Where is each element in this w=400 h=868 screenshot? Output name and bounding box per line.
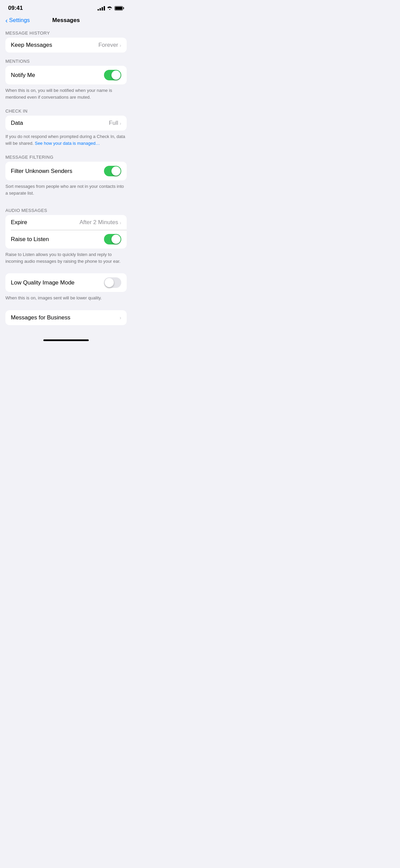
back-label: Settings — [9, 17, 30, 24]
section-header-filtering: MESSAGE FILTERING — [0, 152, 132, 162]
filter-unknown-label: Filter Unknown Senders — [11, 168, 72, 175]
nav-bar: ‹ Settings Messages — [0, 14, 132, 28]
low-quality-row: Low Quality Image Mode — [5, 273, 127, 292]
filtering-group: Filter Unknown Senders — [5, 162, 127, 180]
low-quality-footer: When this is on, images sent will be low… — [0, 292, 132, 307]
section-header-audio: AUDIO MESSAGES — [0, 205, 132, 215]
raise-to-listen-row: Raise to Listen — [5, 230, 127, 249]
back-chevron-icon: ‹ — [5, 17, 8, 24]
check-in-group: Data Full › — [5, 116, 127, 131]
home-indicator — [0, 337, 132, 344]
notify-me-toggle[interactable] — [104, 70, 121, 80]
low-quality-label: Low Quality Image Mode — [11, 279, 75, 286]
settings-content: MESSAGE HISTORY Keep Messages Forever › … — [0, 28, 132, 337]
mentions-footer: When this is on, you will be notified wh… — [0, 84, 132, 106]
filtering-footer: Sort messages from people who are not in… — [0, 180, 132, 202]
keep-messages-value: Forever › — [98, 42, 121, 48]
raise-to-listen-label: Raise to Listen — [11, 236, 49, 243]
audio-footer: Raise to Listen allows you to quickly li… — [0, 249, 132, 270]
mentions-group: Notify Me — [5, 66, 127, 84]
signal-icon — [98, 6, 105, 11]
check-in-link[interactable]: See how your data is managed… — [35, 141, 100, 146]
section-header-message-history: MESSAGE HISTORY — [0, 28, 132, 38]
status-bar: 09:41 — [0, 0, 132, 14]
expire-row[interactable]: Expire After 2 Minutes › — [5, 215, 127, 230]
status-time: 09:41 — [8, 5, 23, 12]
raise-to-listen-toggle[interactable] — [104, 234, 121, 244]
business-chevron-icon: › — [120, 315, 121, 320]
battery-icon — [114, 6, 124, 11]
messages-for-business-row[interactable]: Messages for Business › — [5, 310, 127, 325]
message-history-group: Keep Messages Forever › — [5, 38, 127, 53]
back-button[interactable]: ‹ Settings — [5, 17, 30, 24]
section-header-mentions: MENTIONS — [0, 56, 132, 66]
low-quality-group: Low Quality Image Mode — [5, 273, 127, 292]
keep-messages-chevron-icon: › — [120, 42, 121, 48]
home-bar — [43, 339, 89, 341]
page-title: Messages — [52, 17, 80, 24]
wifi-icon — [107, 5, 112, 11]
business-group: Messages for Business › — [5, 310, 127, 325]
audio-messages-group: Expire After 2 Minutes › Raise to Listen — [5, 215, 127, 249]
notify-me-row: Notify Me — [5, 66, 127, 84]
expire-label: Expire — [11, 219, 27, 226]
data-row[interactable]: Data Full › — [5, 116, 127, 131]
filter-unknown-row: Filter Unknown Senders — [5, 162, 127, 180]
business-value: › — [120, 315, 121, 320]
filter-unknown-toggle[interactable] — [104, 166, 121, 176]
expire-value: After 2 Minutes › — [80, 219, 121, 226]
keep-messages-label: Keep Messages — [11, 42, 52, 48]
data-chevron-icon: › — [120, 120, 121, 126]
data-label: Data — [11, 120, 23, 126]
expire-chevron-icon: › — [120, 220, 121, 225]
messages-for-business-label: Messages for Business — [11, 314, 70, 321]
notify-me-label: Notify Me — [11, 72, 35, 79]
data-value: Full › — [109, 120, 121, 126]
check-in-footer: If you do not respond when prompted duri… — [0, 131, 132, 152]
low-quality-toggle[interactable] — [104, 277, 121, 288]
section-header-check-in: CHECK IN — [0, 106, 132, 116]
keep-messages-row[interactable]: Keep Messages Forever › — [5, 38, 127, 53]
status-icons — [98, 5, 124, 11]
